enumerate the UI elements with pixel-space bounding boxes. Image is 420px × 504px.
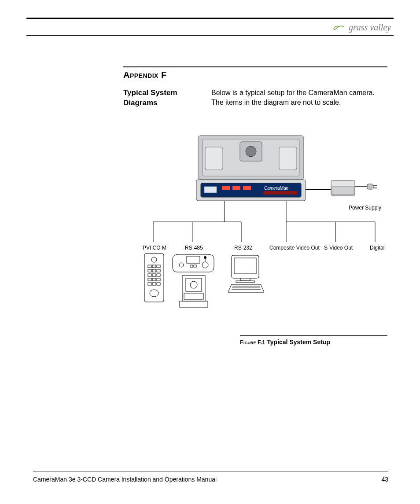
svg-rect-4 — [205, 147, 223, 170]
camera-brand-text: CameraMan — [264, 186, 288, 191]
svg-rect-58 — [184, 293, 203, 299]
pvi-com-label: PVI CO M — [143, 245, 166, 251]
rs485-label: RS-485 — [185, 245, 203, 251]
composite-label: Composite Video Out — [269, 245, 320, 251]
top-thick-rule — [26, 18, 394, 19]
power-supply-icon — [331, 180, 377, 195]
brand-name: grass valley — [349, 22, 391, 32]
page-footer: CameraMan 3e 3-CCD Camera Installation a… — [33, 471, 388, 483]
top-thin-rule — [26, 35, 394, 36]
footer-page-number: 43 — [381, 476, 388, 483]
section-heading: Typical System Diagrams — [123, 88, 194, 108]
caption-label: Figure F.1 — [240, 339, 265, 346]
brand-block: grass valley — [26, 22, 394, 33]
svg-rect-16 — [367, 184, 373, 189]
svg-rect-9 — [222, 186, 230, 190]
svg-rect-10 — [232, 186, 240, 190]
svg-rect-54 — [180, 301, 208, 307]
diagram-svg: CameraMan — [132, 128, 396, 321]
computer-icon — [228, 255, 264, 292]
svg-rect-12 — [263, 191, 298, 195]
caption-title: Typical System Setup — [267, 338, 330, 346]
mini-camera-icon — [180, 276, 208, 307]
figure-caption: Figure F.1 Typical System Setup — [240, 335, 387, 346]
footer-doc-title: CameraMan 3e 3-CCD Camera Installation a… — [33, 476, 217, 483]
system-diagram: CameraMan — [132, 128, 396, 321]
remote-control-icon — [144, 254, 164, 302]
svg-rect-11 — [243, 186, 251, 190]
svg-point-51 — [204, 256, 206, 259]
svg-rect-62 — [236, 281, 254, 283]
svg-point-3 — [246, 146, 256, 157]
svg-rect-14 — [332, 187, 354, 195]
svg-rect-5 — [279, 147, 297, 170]
grass-valley-logo-icon — [332, 23, 345, 32]
svg-rect-56 — [186, 278, 202, 291]
svg-rect-61 — [240, 278, 250, 281]
section-body: Below is a typical setup for the CameraM… — [211, 88, 387, 108]
svideo-label: S-Video Out — [324, 245, 353, 251]
joystick-controller-icon — [173, 254, 214, 272]
rs232-label: RS-232 — [234, 245, 252, 251]
svg-rect-8 — [204, 187, 217, 193]
appendix-title: Appendix F — [123, 70, 387, 80]
svg-rect-60 — [234, 258, 256, 274]
svg-rect-29 — [144, 254, 164, 302]
appendix-rule — [123, 66, 387, 67]
camera-unit-icon: CameraMan — [196, 136, 306, 201]
svg-rect-47 — [187, 256, 200, 263]
power-supply-label: Power Supply — [349, 205, 381, 211]
digital-label: Digital — [370, 245, 384, 251]
